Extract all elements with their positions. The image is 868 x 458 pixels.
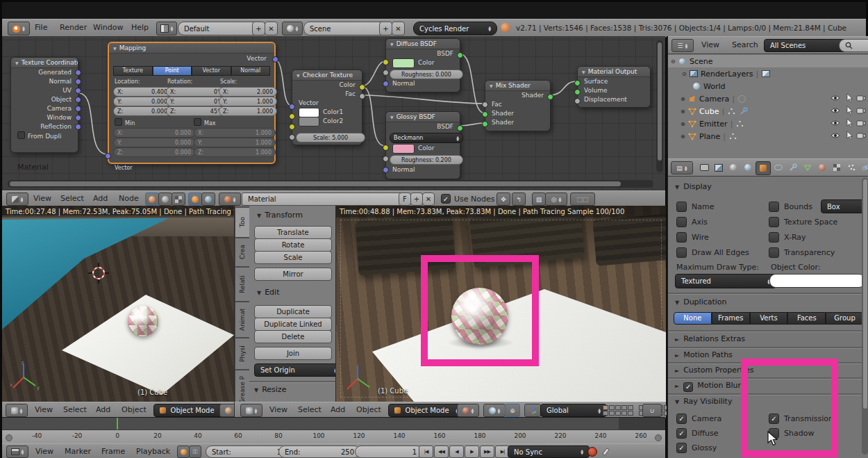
set-origin-select[interactable]: Set Origin bbox=[254, 363, 343, 377]
outliner-row-camera[interactable]: ⊕ Camera | bbox=[668, 92, 868, 105]
duplicate-linked-button[interactable]: Duplicate Linked bbox=[254, 318, 332, 331]
checker-sphere[interactable] bbox=[128, 306, 158, 336]
editor-type-selector[interactable] bbox=[6, 445, 28, 458]
socket-checker-vector-in[interactable] bbox=[289, 104, 295, 110]
tl-menu-marker[interactable]: Marker bbox=[65, 447, 91, 456]
object-nodes-icon[interactable] bbox=[158, 193, 172, 206]
socket-mapping-vector-out[interactable] bbox=[272, 56, 278, 63]
outliner-row-world[interactable]: World bbox=[668, 80, 868, 92]
socket-generated[interactable] bbox=[75, 69, 81, 76]
node-glossy-bsdf[interactable]: Glossy BSDF BSDF Beckmann Color Roughnes… bbox=[385, 111, 460, 179]
tab-texture[interactable]: Texture bbox=[113, 66, 153, 76]
use-nodes-checkbox[interactable]: ✓ bbox=[441, 194, 451, 204]
menu-help[interactable]: Help bbox=[131, 23, 149, 32]
glossy-roughness-field[interactable]: Roughness: 0.200 bbox=[390, 155, 463, 165]
max-y-field[interactable]: Y:1.000 bbox=[194, 138, 276, 147]
backdrop-icon[interactable]: ▨ bbox=[532, 193, 546, 206]
max-toggle[interactable]: Max bbox=[194, 118, 216, 126]
socket-checker-fac-out[interactable] bbox=[359, 93, 365, 99]
scene-name-field[interactable]: Scene bbox=[303, 22, 390, 35]
ol-menu-view[interactable]: View bbox=[701, 40, 719, 49]
play-reverse-button[interactable]: ◀ bbox=[449, 445, 464, 458]
socket-checker-scale-in[interactable] bbox=[289, 134, 295, 140]
color2-swatch[interactable] bbox=[299, 117, 319, 126]
dup-faces-button[interactable]: Faces bbox=[787, 312, 826, 325]
tab-render-icon[interactable] bbox=[697, 161, 711, 174]
layout-add-button[interactable]: + bbox=[252, 22, 265, 35]
prev-keyframe-button[interactable]: ◀◀ bbox=[434, 445, 449, 458]
tab-modifiers-icon[interactable] bbox=[786, 161, 800, 174]
socket-checker-color2-in[interactable] bbox=[289, 124, 295, 130]
disclosure-icon[interactable]: ⊙ bbox=[682, 71, 689, 77]
v3d-menu-add[interactable]: Add bbox=[331, 405, 345, 414]
eye-icon[interactable] bbox=[831, 95, 840, 104]
tab-renderlayers-icon[interactable] bbox=[712, 161, 726, 174]
rotation-x-field[interactable]: X:0° bbox=[166, 87, 224, 97]
display-mode-select[interactable]: All Scenes bbox=[764, 39, 849, 52]
socket-mix-shader-out[interactable] bbox=[547, 94, 553, 100]
v3d-menu-object[interactable]: Object bbox=[356, 405, 381, 414]
node-mix-shader[interactable]: Mix Shader Shader Fac Shader Shader bbox=[485, 80, 551, 131]
tab-particles-icon[interactable] bbox=[844, 161, 858, 174]
ray-visibility-panel-header[interactable]: Ray Visibility bbox=[675, 397, 732, 406]
tab-world-icon[interactable] bbox=[741, 161, 755, 174]
node-editor-type-selector[interactable] bbox=[6, 193, 28, 206]
disclosure-icon[interactable]: ⊖ bbox=[671, 58, 678, 65]
tl-menu-playback[interactable]: Playback bbox=[136, 447, 170, 456]
editor-type-selector[interactable]: ▤ bbox=[671, 161, 693, 174]
layout-selector-icon[interactable] bbox=[156, 22, 177, 35]
translate-button[interactable]: Translate bbox=[254, 226, 332, 239]
relations-extras-panel-header[interactable]: Relations Extras bbox=[675, 334, 745, 343]
transform-panel-header[interactable]: Transform bbox=[257, 211, 303, 220]
v3d-menu-object[interactable]: Object bbox=[122, 405, 147, 414]
record-button[interactable] bbox=[587, 447, 597, 457]
tab-constraints-icon[interactable] bbox=[771, 161, 785, 174]
socket-reflection[interactable] bbox=[75, 124, 81, 130]
tab-physics-icon[interactable] bbox=[859, 161, 868, 174]
from-dupli-checkbox[interactable] bbox=[17, 131, 25, 139]
snap-magnet-icon[interactable]: ∪ bbox=[642, 404, 662, 417]
preview-range-icon[interactable] bbox=[177, 445, 190, 458]
motion-paths-panel-header[interactable]: Motion Paths bbox=[675, 350, 733, 359]
render-shortcut-icons[interactable]: ⬚⬚ bbox=[570, 193, 595, 206]
editor-type-selector[interactable] bbox=[240, 404, 262, 417]
use-nodes-toggle[interactable]: ✓ Use Nodes bbox=[441, 194, 495, 204]
socket-camera[interactable] bbox=[75, 106, 81, 112]
eye-icon[interactable] bbox=[831, 107, 840, 116]
scene-selector-icon[interactable] bbox=[282, 22, 303, 35]
wire-toggle[interactable]: Wire bbox=[676, 232, 709, 243]
tab-tools[interactable]: Too bbox=[235, 207, 249, 238]
tab-relations[interactable]: Relati bbox=[235, 267, 249, 302]
socket-mix-shader1-in[interactable] bbox=[482, 111, 488, 117]
manipulator-toggle-icon[interactable]: ⊕ bbox=[505, 404, 520, 417]
join-button[interactable]: Join bbox=[254, 347, 332, 360]
dup-none-button[interactable]: None bbox=[674, 312, 712, 325]
outliner-row-renderlayers[interactable]: ⊙ RenderLayers | bbox=[668, 67, 868, 80]
socket-diffuse-color-in[interactable] bbox=[383, 59, 389, 65]
mirror-button[interactable]: Mirror bbox=[254, 268, 332, 281]
properties-scrollbar[interactable] bbox=[862, 178, 868, 455]
tab-texture-icon[interactable] bbox=[830, 161, 844, 174]
glossy-distribution-select[interactable]: Beckmann bbox=[390, 133, 463, 143]
mode-select[interactable]: Object Mode bbox=[153, 404, 230, 417]
layers-widget-1[interactable] bbox=[603, 405, 633, 416]
material-add-button[interactable]: + bbox=[410, 193, 423, 206]
scale-button[interactable]: Scale bbox=[254, 251, 332, 264]
display-panel-header[interactable]: Display bbox=[675, 182, 712, 191]
location-y-field[interactable]: Y:0.000 bbox=[113, 97, 172, 106]
disclosure-icon[interactable]: ⊕ bbox=[681, 121, 687, 127]
selectable-cursor-icon[interactable] bbox=[846, 118, 853, 129]
ne-menu-node[interactable]: Node bbox=[119, 194, 139, 203]
tab-normal[interactable]: Normal bbox=[231, 66, 271, 76]
socket-glossy-color-in[interactable] bbox=[383, 145, 389, 151]
material-slot-icon[interactable] bbox=[188, 193, 202, 206]
viewport-right[interactable]: Time:00:48.88 | Mem:73.83M, Peak:73.83M … bbox=[335, 206, 666, 402]
node-editor[interactable]: Texture Coordinate Generated Normal UV O… bbox=[2, 36, 665, 190]
socket-output-displacement-in[interactable] bbox=[574, 98, 581, 104]
sync-mode-select[interactable]: No Sync bbox=[508, 445, 590, 458]
xray-toggle[interactable]: X-Ray bbox=[769, 232, 806, 243]
menu-render[interactable]: Render bbox=[60, 23, 87, 32]
menu-window[interactable]: Window bbox=[93, 23, 123, 32]
node-diffuse-bsdf[interactable]: Diffuse BSDF BSDF Color Roughness: 0.000… bbox=[385, 38, 460, 92]
scroller-right-handle[interactable] bbox=[655, 434, 662, 441]
